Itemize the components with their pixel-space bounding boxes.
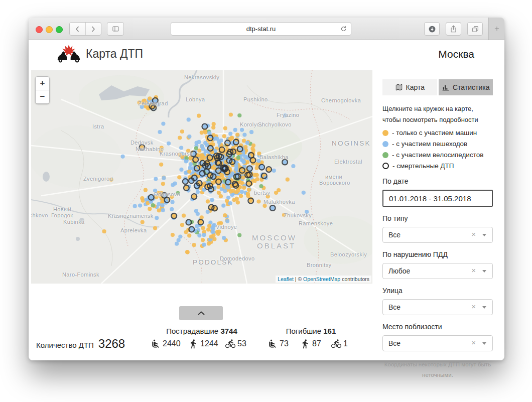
accident-marker[interactable] <box>249 130 253 134</box>
accident-marker[interactable] <box>245 141 249 145</box>
accident-marker[interactable] <box>200 144 204 148</box>
accident-marker[interactable] <box>267 168 271 172</box>
accident-marker[interactable] <box>161 203 165 207</box>
accident-marker[interactable] <box>197 114 201 118</box>
accident-marker[interactable] <box>171 200 175 204</box>
accident-marker[interactable] <box>196 190 200 194</box>
chevron-down-icon[interactable] <box>482 306 486 309</box>
accident-marker[interactable] <box>159 163 163 167</box>
accident-marker[interactable] <box>138 204 142 208</box>
accident-marker[interactable] <box>194 158 198 162</box>
accident-marker[interactable] <box>259 184 263 188</box>
accident-marker[interactable] <box>202 243 206 247</box>
accident-marker[interactable] <box>170 207 174 211</box>
accident-marker[interactable] <box>234 167 238 171</box>
accident-marker[interactable] <box>255 166 259 170</box>
accident-marker[interactable] <box>242 133 246 137</box>
accident-marker[interactable] <box>187 135 191 139</box>
accident-marker[interactable] <box>161 208 165 212</box>
accident-marker[interactable] <box>223 213 227 217</box>
accident-marker[interactable] <box>207 131 211 135</box>
accident-marker[interactable] <box>240 190 244 194</box>
accident-marker[interactable] <box>221 204 225 208</box>
accident-marker[interactable] <box>211 125 215 129</box>
accident-marker[interactable] <box>194 209 198 213</box>
accident-marker[interactable] <box>175 242 179 246</box>
accident-marker[interactable] <box>283 160 287 164</box>
accident-marker[interactable] <box>194 146 198 150</box>
accident-marker[interactable] <box>240 128 244 132</box>
accident-marker[interactable] <box>283 113 287 117</box>
accident-marker[interactable] <box>148 96 152 100</box>
close-window-button[interactable] <box>36 26 43 33</box>
accident-marker[interactable] <box>201 226 205 230</box>
osm-link[interactable]: OpenStreetMap <box>303 276 340 282</box>
accident-marker[interactable] <box>271 206 275 210</box>
accident-marker[interactable] <box>212 237 216 241</box>
accident-marker[interactable] <box>245 160 249 164</box>
accident-marker[interactable] <box>206 227 210 231</box>
accident-marker[interactable] <box>177 238 181 242</box>
downloads-button[interactable] <box>424 22 440 36</box>
accident-marker[interactable] <box>260 165 264 169</box>
accident-marker[interactable] <box>222 134 226 138</box>
accident-marker[interactable] <box>256 159 260 163</box>
accident-marker[interactable] <box>302 191 306 195</box>
accident-marker[interactable] <box>228 201 232 205</box>
leaflet-link[interactable]: Leaflet <box>278 276 294 282</box>
accident-marker[interactable] <box>247 167 251 171</box>
accident-marker[interactable] <box>189 162 193 166</box>
accident-marker[interactable] <box>202 233 206 237</box>
accident-marker[interactable] <box>282 213 286 217</box>
collapse-panel-button[interactable] <box>179 306 223 320</box>
zoom-in-button[interactable]: + <box>36 77 49 90</box>
accident-marker[interactable] <box>203 124 207 128</box>
accident-marker[interactable] <box>229 190 233 194</box>
tab-overview-button[interactable] <box>467 22 483 36</box>
accident-marker[interactable] <box>242 186 246 190</box>
accident-marker[interactable] <box>237 233 241 237</box>
accident-marker[interactable] <box>247 188 251 192</box>
accident-marker[interactable] <box>192 195 196 199</box>
accident-marker[interactable] <box>138 100 142 104</box>
chevron-down-icon[interactable] <box>482 270 486 273</box>
violation-select[interactable]: Любое× <box>382 263 493 279</box>
address-bar[interactable]: dtp-stat.ru <box>171 22 351 36</box>
accident-marker[interactable] <box>178 234 182 238</box>
street-select[interactable]: Все× <box>382 299 493 315</box>
share-button[interactable] <box>446 22 461 36</box>
tab-statistics[interactable]: Статистика <box>439 79 493 95</box>
accident-marker[interactable] <box>223 126 227 130</box>
accident-marker[interactable] <box>176 191 180 195</box>
accident-marker[interactable] <box>172 214 176 218</box>
accident-marker[interactable] <box>170 195 174 199</box>
accident-marker[interactable] <box>184 159 188 163</box>
accident-marker[interactable] <box>239 194 243 198</box>
accident-marker[interactable] <box>186 149 190 153</box>
accident-marker[interactable] <box>225 219 229 223</box>
accident-marker[interactable] <box>161 122 165 126</box>
accident-marker[interactable] <box>241 176 245 180</box>
accident-marker[interactable] <box>217 191 221 195</box>
clear-icon[interactable]: × <box>471 266 476 275</box>
accident-marker[interactable] <box>201 238 205 242</box>
accident-marker[interactable] <box>197 140 201 144</box>
accident-marker[interactable] <box>207 241 211 245</box>
accident-marker[interactable] <box>242 160 246 164</box>
date-range-input[interactable]: 01.01.2018 - 31.05.2018 <box>382 190 493 207</box>
accident-marker[interactable] <box>210 198 214 202</box>
reload-button[interactable] <box>340 25 347 34</box>
accident-marker[interactable] <box>233 128 237 132</box>
accident-marker[interactable] <box>215 230 219 234</box>
accident-marker[interactable] <box>160 146 164 150</box>
accident-marker[interactable] <box>200 154 204 158</box>
accident-marker[interactable] <box>133 204 137 208</box>
accident-marker[interactable] <box>180 129 184 133</box>
accident-marker[interactable] <box>141 220 145 224</box>
accident-marker[interactable] <box>262 204 267 208</box>
clear-icon[interactable]: × <box>471 230 476 238</box>
accident-marker[interactable] <box>291 164 295 168</box>
new-tab-button[interactable] <box>488 18 504 40</box>
accident-marker[interactable] <box>180 223 184 227</box>
accident-marker[interactable] <box>158 130 162 134</box>
